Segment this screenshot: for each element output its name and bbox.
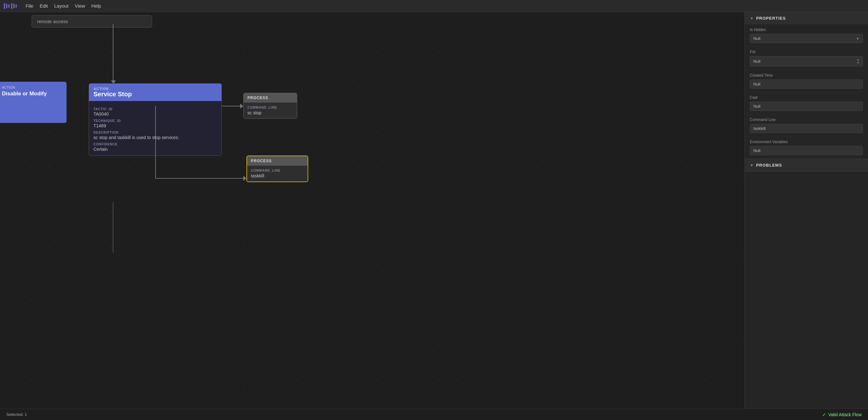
menu-view[interactable]: View xyxy=(75,3,85,8)
problems-chevron-icon: ▼ xyxy=(750,163,754,167)
right-panel: ▼ PROPERTIES Is Hidden Null ▼ Pid Null ▲ xyxy=(744,12,868,409)
pid-input[interactable]: Null ▲ ▼ xyxy=(750,56,863,66)
is-hidden-input[interactable]: Null ▼ xyxy=(750,34,863,43)
process2-body: COMMAND_LINE taskkill xyxy=(247,166,308,182)
problems-title: PROBLEMS xyxy=(756,163,782,167)
connector-arrow-right-2 xyxy=(243,176,246,181)
main-area: remote access ACTION Disable or Modify A… xyxy=(0,12,868,409)
selected-count: Selected: 1 xyxy=(6,412,27,417)
process2-header: PROCESS xyxy=(247,156,308,166)
action-type-label: ACTION xyxy=(93,87,217,91)
is-hidden-dropdown-icon: ▼ xyxy=(856,37,860,40)
field-is-hidden: Is Hidden Null ▼ xyxy=(745,24,868,46)
created-time-label: Created Time xyxy=(750,73,863,77)
status-bar: Selected: 1 ✓ Valid Attack Flow xyxy=(0,409,868,420)
process1-field-label: COMMAND_LINE xyxy=(247,106,293,109)
properties-section: ▼ PROPERTIES Is Hidden Null ▼ Pid Null ▲ xyxy=(745,12,868,159)
check-icon: ✓ xyxy=(823,412,826,417)
created-time-value: Null xyxy=(753,82,760,87)
command-line-input[interactable]: taskkill xyxy=(750,124,863,133)
process2-field-value: taskkill xyxy=(251,173,304,178)
command-line-label: Command Line xyxy=(750,118,863,122)
action-title: Service Stop xyxy=(93,91,217,98)
menu-layout[interactable]: Layout xyxy=(54,3,68,8)
env-vars-label: Environment Variables xyxy=(750,140,863,144)
cwd-label: Cwd xyxy=(750,95,863,100)
process1-field-value: sc stop xyxy=(247,110,293,115)
cwd-input[interactable]: Null xyxy=(750,102,863,111)
connector-h1 xyxy=(222,106,241,106)
pid-spinner-icon: ▲ ▼ xyxy=(857,58,860,64)
env-vars-value: Null xyxy=(753,148,760,153)
pid-label: Pid xyxy=(750,50,863,54)
pid-value: Null xyxy=(753,59,760,64)
valid-attack-flow: ✓ Valid Attack Flow xyxy=(823,412,862,417)
menu-help[interactable]: Help xyxy=(91,3,101,8)
action-header: ACTION Service Stop xyxy=(89,84,221,101)
connector-arrow-right-1 xyxy=(240,104,243,109)
properties-title: PROPERTIES xyxy=(756,16,786,21)
field-env-vars: Environment Variables Null xyxy=(745,136,868,159)
field-cwd: Cwd Null xyxy=(745,92,868,114)
connector-h2-h xyxy=(155,178,244,179)
remote-access-label: remote access xyxy=(37,19,68,24)
app-logo xyxy=(4,3,17,9)
connector-v-bottom xyxy=(113,202,114,253)
connector-h2-v xyxy=(155,106,156,179)
command-line-value: taskkill xyxy=(753,126,766,131)
menubar: File Edit Layout View Help xyxy=(0,0,868,12)
node-remote-access[interactable]: remote access xyxy=(32,15,152,28)
cwd-value: Null xyxy=(753,104,760,109)
node-process-sc-stop[interactable]: PROCESS COMMAND_LINE sc stop xyxy=(243,93,297,119)
is-hidden-value: Null xyxy=(753,36,760,41)
valid-flow-label: Valid Attack Flow xyxy=(828,412,862,417)
disable-node-subtitle: ACTION xyxy=(2,86,61,89)
env-vars-input[interactable]: Null xyxy=(750,146,863,155)
node-disable-modify[interactable]: ACTION Disable or Modify xyxy=(0,82,66,123)
process1-header: PROCESS xyxy=(244,93,297,103)
properties-chevron-icon: ▼ xyxy=(750,16,754,21)
node-process-taskkill[interactable]: PROCESS COMMAND_LINE taskkill xyxy=(246,156,308,182)
field-command-line: Command Line taskkill xyxy=(745,114,868,136)
problems-header[interactable]: ▼ PROBLEMS xyxy=(745,159,868,171)
disable-node-title: Disable or Modify xyxy=(2,91,61,97)
process1-body: COMMAND_LINE sc stop xyxy=(244,103,297,119)
problems-section: ▼ PROBLEMS xyxy=(745,159,868,172)
field-pid: Pid Null ▲ ▼ xyxy=(745,46,868,70)
process2-field-label: COMMAND_LINE xyxy=(251,169,304,172)
properties-header[interactable]: ▼ PROPERTIES xyxy=(745,12,868,24)
menu-file[interactable]: File xyxy=(26,3,33,8)
menu-edit[interactable]: Edit xyxy=(40,3,48,8)
connector-vertical-1 xyxy=(113,24,114,81)
canvas-area[interactable]: remote access ACTION Disable or Modify A… xyxy=(0,12,744,409)
created-time-input[interactable]: Null xyxy=(750,79,863,89)
field-created-time: Created Time Null xyxy=(745,70,868,92)
is-hidden-label: Is Hidden xyxy=(750,28,863,32)
